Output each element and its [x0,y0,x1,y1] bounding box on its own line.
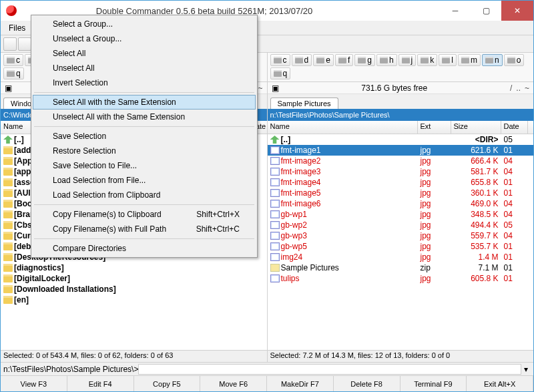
drive-o[interactable]: o [504,54,525,66]
fn-edit[interactable]: Edit F4 [67,376,134,391]
fn-delete[interactable]: Delete F8 [334,376,400,391]
drive-icon [442,57,450,63]
file-row[interactable]: fmt-image3jpg581.7 K04 [268,166,534,177]
up-icon [3,136,13,144]
file-row[interactable]: fmt-image4jpg655.8 K01 [268,177,534,188]
drive-j[interactable]: j [398,54,417,66]
column-size[interactable]: Size [451,121,501,134]
drive-icon[interactable]: ▣ [272,83,279,93]
file-row[interactable]: [en]<DIR> [1,295,267,305]
file-row[interactable]: [DigitalLocker]<DIR> [1,273,267,284]
drive-c[interactable]: c [270,54,290,66]
img-icon [270,189,280,197]
file-row[interactable]: [Downloaded Installations]<DIR> [1,284,267,295]
free-space-label: 731.6 G bytes free [361,83,427,93]
panel-tab[interactable]: Sample Pictures [270,97,338,109]
drive-c[interactable]: c [3,54,23,66]
menu-item[interactable]: Copy Filename(s) with Full PathShift+Ctr… [33,222,256,236]
menu-item[interactable]: Load Selection from File... [33,173,256,188]
file-row[interactable]: gb-wp2jpg494.4 K05 [268,220,534,230]
menu-item[interactable]: Unselect All with the Same Extension [33,110,256,124]
drive-f[interactable]: f [335,54,353,66]
drive-icon [338,57,346,63]
drive-bar: cdefghjklmnoq [268,53,534,82]
menu-item[interactable]: Save Selection to File... [33,158,256,173]
drive-e[interactable]: e [313,54,334,66]
nav-button[interactable]: .. [516,83,521,93]
file-row[interactable]: Sample Pictureszip7.1 M01 [268,262,534,273]
file-row[interactable]: fmt-image2jpg666.4 K04 [268,156,534,166]
column-name[interactable]: Name [268,121,418,134]
menu-item[interactable]: Select All [33,46,256,61]
fn-makedir[interactable]: MakeDir F7 [267,376,334,391]
menu-item[interactable]: Invert Selection [33,75,256,90]
minimize-button[interactable]: ─ [440,1,471,21]
file-row[interactable]: [..]<DIR>05 [268,134,534,145]
file-row[interactable]: gb-wp1jpg348.5 K04 [268,209,534,220]
menu-item[interactable]: Save Selection [33,129,256,144]
img-icon [270,242,280,250]
nav-button[interactable]: / [510,83,512,93]
fn-exit[interactable]: Exit Alt+X [467,376,533,391]
drive-l[interactable]: l [439,54,457,66]
drive-d[interactable]: d [292,54,312,66]
fn-move[interactable]: Move F6 [200,376,267,391]
menu-files[interactable]: Files [3,21,31,35]
folder-icon [3,285,13,293]
drive-q[interactable]: q [270,67,291,79]
img-icon [270,178,280,186]
menu-item[interactable]: Load Selection from Clipboard [33,188,256,202]
drive-g[interactable]: g [354,54,375,66]
drive-icon [316,57,324,63]
status-line: Selected: 7.2 M of 14.3 M, files: 12 of … [268,350,534,362]
folder-icon [3,168,13,176]
command-line: n:\TestFiles\Photos\Sample Pictures\> ▾ [1,362,533,375]
file-row[interactable]: fmt-image5jpg360.1 K01 [268,188,534,198]
file-row[interactable]: fmt-image1jpg621.6 K01 [268,145,534,156]
menu-item[interactable]: Copy Filename(s) to ClipboardShift+Ctrl+… [33,207,256,222]
tool-refresh-button[interactable] [3,37,17,51]
drive-k[interactable]: k [417,54,437,66]
drive-icon[interactable]: ▣ [5,83,12,93]
right-panel: cdefghjklmnoq ▣ 731.6 G bytes free /..~ … [268,53,534,362]
file-row[interactable]: tulipsjpg605.8 K01 [268,273,534,284]
folder-icon [3,274,13,282]
menu-item[interactable]: Select All with the Same Extension [33,95,256,110]
tab-row: Sample Pictures [268,94,534,109]
menu-item[interactable]: Unselect a Group... [33,31,256,46]
menu-item[interactable]: Unselect All [33,61,256,75]
column-date[interactable]: Date [501,121,528,134]
path-bar[interactable]: n:\TestFiles\Photos\Sample Pictures\ [268,109,534,121]
file-row[interactable]: img24jpg1.4 M01 [268,252,534,262]
command-input[interactable] [138,364,521,375]
img-icon [270,253,280,261]
fn-copy[interactable]: Copy F5 [134,376,201,391]
folder-icon [3,242,13,250]
dropdown-icon[interactable]: ▾ [521,365,531,374]
file-row[interactable]: gb-wp3jpg559.7 K04 [268,230,534,241]
nav-button[interactable]: ~ [525,83,529,93]
drive-icon [274,57,282,63]
file-row[interactable]: fmt-image6jpg469.0 K04 [268,198,534,209]
nav-button[interactable]: ~ [258,83,262,93]
tool-button[interactable] [18,37,31,51]
column-ext[interactable]: Ext [418,121,451,134]
folder-icon [3,200,13,208]
fn-view[interactable]: View F3 [1,376,67,391]
drive-m[interactable]: m [458,54,481,66]
close-button[interactable]: ✕ [501,1,533,21]
file-row[interactable]: [diagnostics]<DIR> [1,262,267,273]
drive-q[interactable]: q [3,67,24,79]
folder-icon [3,232,13,240]
menu-item[interactable]: Select a Group... [33,17,256,31]
drive-n[interactable]: n [482,54,503,66]
fn-terminal[interactable]: Terminal F9 [400,376,467,391]
menu-item[interactable]: Compare Directories [33,241,256,256]
img-icon [270,200,280,208]
maximize-button[interactable]: ▢ [471,1,501,21]
app-icon [6,5,17,16]
file-list[interactable]: [..]<DIR>05fmt-image1jpg621.6 K01fmt-ima… [268,134,534,350]
menu-item[interactable]: Restore Selection [33,144,256,158]
file-row[interactable]: gb-wp5jpg535.7 K01 [268,241,534,252]
drive-h[interactable]: h [376,54,397,66]
